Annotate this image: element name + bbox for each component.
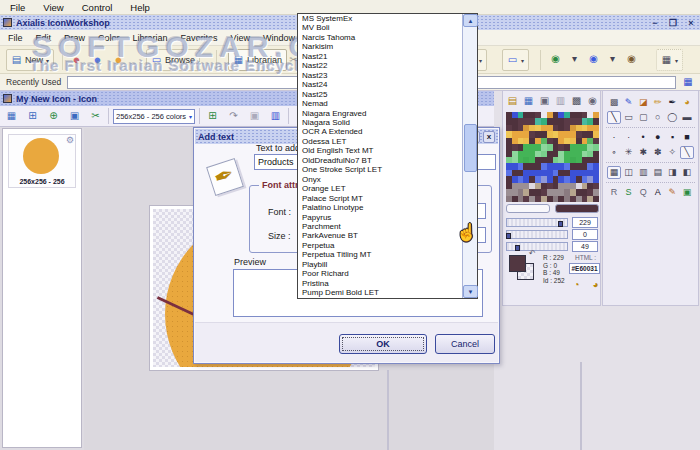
font-option-perpetua[interactable]: Perpetua [299,241,462,250]
brush-square-large[interactable]: ■ [680,131,694,144]
red-slider-handle[interactable] [558,221,563,227]
brush-size-4[interactable]: ● [651,131,665,144]
menu-draw[interactable]: Draw [64,33,85,43]
brush-size-2[interactable]: ∙ [622,131,636,144]
filled-rectangle-tool[interactable]: ▬ [680,111,694,124]
text-tool[interactable]: A [651,186,665,199]
blue-slider[interactable]: 49 [506,241,599,252]
format-combo[interactable]: 256x256 - 256 colors ▾ [113,109,195,124]
spray-small[interactable]: ∘ [607,146,621,159]
pattern-fill-5[interactable]: ◨ [665,166,679,179]
save-icon[interactable]: ▦ [3,108,20,125]
gradient-bar-light[interactable] [506,204,550,213]
menu-window[interactable]: Window [263,33,295,43]
ellipse-tool[interactable]: ○ [651,111,665,124]
font-option-nast24[interactable]: Nast24 [299,80,462,89]
font-option-odessa-let[interactable]: Odessa LET [299,137,462,146]
green-slider[interactable]: 0 [506,229,599,240]
fill-bucket-tool[interactable]: ◕ [680,96,694,109]
brush-size-3[interactable]: • [636,131,650,144]
blue-slider-handle[interactable] [515,245,520,251]
menu-view[interactable]: View [231,33,250,43]
scroll-up-button[interactable]: ▲ [463,14,478,27]
menu-favorites[interactable]: Favorites [181,33,218,43]
font-option-pump-demi-bold-let[interactable]: Pump Demi Bold LET [299,288,462,297]
new-image-icon[interactable]: ⊞ [204,108,221,125]
new-format-icon[interactable]: ⊞ [24,108,41,125]
image-tool[interactable]: ▣ [680,186,694,199]
font-option-parchment[interactable]: Parchment [299,222,462,231]
green-slider-track[interactable] [506,230,568,239]
gradient-bar-dark[interactable] [555,204,599,213]
new-project-icon[interactable]: ● [89,51,106,68]
dialog-close-button[interactable]: x [483,131,495,143]
dither-brush-tool[interactable]: ▩ [607,96,621,109]
green-slider-handle[interactable] [506,233,511,239]
recent-grid-icon[interactable]: ▦ [682,75,694,90]
inverted-color-icon[interactable]: ◕ [588,277,603,292]
brush-size-1[interactable]: · [607,131,621,144]
eraser-tool[interactable]: ◪ [636,96,650,109]
rectangle-tool[interactable]: ▭ [622,111,636,124]
red-slider[interactable]: 229 [506,217,599,228]
font-option-palatino-linotype[interactable]: Palatino Linotype [299,203,462,212]
capture-icon[interactable]: ▣ [246,108,263,125]
scroll-down-button[interactable]: ▼ [463,285,478,298]
splitter-line[interactable] [580,362,582,450]
menu-file[interactable]: File [8,33,23,43]
chevron-down-icon[interactable]: ▾ [567,51,582,66]
menu-librarian[interactable]: Librarian [133,33,168,43]
brush-square-small[interactable]: ▪ [665,131,679,144]
new-button[interactable]: ▤ New ▾ [6,49,54,71]
font-option-perpetua-titling-mt[interactable]: Perpetua Titling MT [299,250,462,259]
pencil-tool[interactable]: ✏ [651,96,665,109]
gear-icon[interactable]: ⚙ [66,135,74,145]
rotate-tool[interactable]: R [607,186,621,199]
spray-medium[interactable]: ✳ [622,146,636,159]
add-image-format-icon[interactable]: ⊕ [45,108,62,125]
color-picker-tool[interactable]: ✎ [622,96,636,109]
cancel-button[interactable]: Cancel [435,334,495,354]
chevron-down-icon[interactable]: ▾ [605,51,620,66]
duplicate-image-icon[interactable]: ▣ [66,108,83,125]
font-option-nast21[interactable]: Nast21 [299,52,462,61]
smudge-tool[interactable]: ✧ [665,146,679,159]
new-library-icon[interactable]: ● [110,51,127,68]
font-option-olddreadfulno7-bt[interactable]: OldDreadfulNo7 BT [299,156,462,165]
extract-image-icon[interactable]: ✂ [87,108,104,125]
font-list-scrollbar[interactable]: ▲ ▼ [462,14,477,298]
palette-apply-icon[interactable]: ◉ [585,93,600,108]
font-option-nast23[interactable]: Nast23 [299,71,462,80]
zoom-tool[interactable]: Q [636,186,650,199]
os-menu-view[interactable]: View [41,2,65,13]
pattern-fill-4[interactable]: ▤ [651,166,665,179]
font-option-narkisim[interactable]: Narkisim [299,42,462,51]
pattern-fill-6[interactable]: ◧ [680,166,694,179]
splitter-line[interactable] [387,370,389,450]
os-menu-file[interactable]: File [8,2,27,13]
font-option-ocr-a-extended[interactable]: OCR A Extended [299,127,462,136]
pattern-fill-1[interactable]: ▦ [607,166,621,179]
curve-tool[interactable]: S [622,186,636,199]
font-option-one-stroke-script-let[interactable]: One Stroke Script LET [299,165,462,174]
line-tool[interactable]: ╲ [607,111,621,124]
librarian-button[interactable]: ▦ Librarian [228,49,287,71]
foreground-color-swatch[interactable] [509,255,526,272]
workspace-button[interactable]: ▦ ▾ [656,49,683,71]
red-slider-track[interactable] [506,218,568,227]
transparent-color-icon[interactable]: ◔ [569,277,584,292]
world-icon[interactable]: ◉ [624,51,639,66]
font-option-palace-script-mt[interactable]: Palace Script MT [299,194,462,203]
rounded-rectangle-tool[interactable]: ▢ [636,111,650,124]
font-option-poor-richard[interactable]: Poor Richard [299,269,462,278]
os-menu-control[interactable]: Control [80,2,115,13]
paste-palette-icon[interactable]: ▥ [553,93,568,108]
font-option-nast25[interactable]: Nast25 [299,90,462,99]
font-option-orange-let[interactable]: Orange LET [299,184,462,193]
image-info-icon[interactable]: ▥ [267,108,284,125]
font-option-old-english-text-mt[interactable]: Old English Text MT [299,146,462,155]
stroke-tool[interactable]: ╲ [680,146,694,159]
font-option-pristina[interactable]: Pristina [299,279,462,288]
export-image-icon[interactable]: ↷ [225,108,242,125]
new-from-image-icon[interactable]: ● [68,51,85,68]
